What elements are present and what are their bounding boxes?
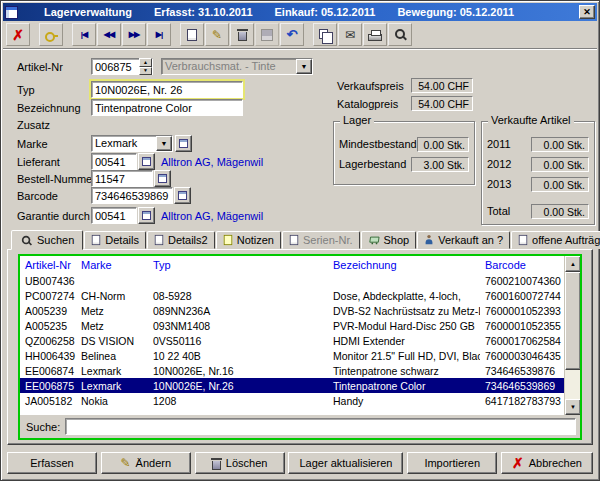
save-record-button[interactable]: [255, 23, 279, 46]
cell: Tintenpatrone Color: [328, 380, 480, 392]
tab-details[interactable]: Details: [84, 231, 146, 249]
verkaufte-group-title: Verkaufte Artikel: [488, 114, 574, 126]
barcode-input[interactable]: [91, 187, 173, 204]
tab-offene-auftraege[interactable]: offene Aufträge: [511, 231, 600, 249]
cell: Tintenpatrone schwarz: [328, 365, 480, 377]
table-row[interactable]: HH006439Belinea10 22 40BMonitor 21.5" Fu…: [20, 348, 580, 363]
disk-icon: [261, 29, 273, 41]
year-label: Total: [487, 205, 510, 217]
aendern-button[interactable]: ✎Ändern: [101, 452, 191, 474]
table-row[interactable]: QZ006258DS VISION0VS50116HDMI Extender76…: [20, 333, 580, 348]
table-row[interactable]: A005239Metz089NN236ADVB-S2 Nachrüstsatz …: [20, 303, 580, 318]
marke-lookup-button[interactable]: [175, 135, 192, 152]
scrollbar-thumb[interactable]: [565, 272, 580, 370]
titlebar-erfasst: Erfasst: 31.10.2011: [154, 6, 252, 18]
new-record-button[interactable]: [180, 23, 204, 46]
table-row[interactable]: EE006875Lexmark10N0026E, Nr.26Tintenpatr…: [20, 378, 580, 393]
footer: Erfassen✎ÄndernLöschenLager aktualisiere…: [3, 451, 597, 475]
year-value: 0.00 Stk.: [531, 204, 589, 219]
lieferant-info: Alltron AG, Mägenwil: [161, 154, 263, 171]
cell: 734646539876: [480, 365, 564, 377]
column-header[interactable]: Marke: [76, 259, 148, 271]
next-record-button[interactable]: ▶▶: [122, 23, 146, 46]
tab-label: Verkauft an ?: [438, 234, 503, 246]
mindestbestand-label: Mindestbestand: [339, 138, 417, 150]
cell: 7600160072744: [480, 290, 564, 302]
table-row[interactable]: JA005182Nokia1208Handy6417182783793: [20, 393, 580, 408]
edit-record-button[interactable]: ✎: [205, 23, 229, 46]
vertical-scrollbar[interactable]: ▲ ▼: [564, 256, 580, 415]
bestell-nummer-input[interactable]: [91, 170, 153, 187]
scroll-down-icon[interactable]: ▼: [565, 399, 580, 415]
cell: PVR-Modul Hard-Disc 250 GB: [328, 320, 480, 332]
tab-shop[interactable]: Shop: [361, 231, 417, 249]
cell: Lexmark: [76, 365, 148, 377]
garantie-lookup-button[interactable]: [138, 207, 155, 224]
button-label: Abbrechen: [529, 457, 582, 469]
garantie-info: Alltron AG, Mägenwil: [161, 208, 263, 225]
abbrechen-button[interactable]: ✗Abbrechen: [501, 452, 593, 474]
close-button[interactable]: ✕: [579, 5, 595, 19]
chevron-down-icon[interactable]: ▼: [296, 59, 312, 74]
cell: HDMI Extender: [328, 335, 480, 347]
erfassen-button[interactable]: Erfassen: [7, 452, 97, 474]
marke-combobox[interactable]: Lexmark ▼: [91, 135, 173, 152]
column-header[interactable]: Typ: [148, 259, 328, 271]
delete-article-button[interactable]: ✗: [6, 23, 30, 46]
previous-record-button[interactable]: ◀◀: [97, 23, 121, 46]
search-input[interactable]: [65, 418, 576, 435]
cell: 1208: [148, 395, 328, 407]
tab-label: Details: [105, 234, 139, 246]
artikel-nr-label: Artikel-Nr: [17, 59, 63, 76]
last-record-button[interactable]: ▶|: [147, 23, 171, 46]
trash-icon: [238, 32, 247, 41]
nav-icon: |◀: [81, 30, 87, 39]
cell: 08-5928: [148, 290, 328, 302]
bezeichnung-input[interactable]: [91, 99, 243, 116]
importieren-button[interactable]: Importieren: [407, 452, 497, 474]
delete-record-button[interactable]: [230, 23, 254, 46]
spin-down-icon[interactable]: ▼: [139, 67, 152, 76]
titlebar[interactable]: Lagerverwaltung Erfasst: 31.10.2011 Eink…: [3, 3, 597, 21]
lookup-icon: [142, 211, 151, 220]
print-preview-button[interactable]: [388, 23, 412, 46]
verkaufte-artikel-groupbox: Verkaufte Artikel 20110.00 Stk.20120.00 …: [481, 121, 595, 225]
barcode-label: Barcode: [17, 188, 58, 205]
loeschen-button[interactable]: Löschen: [195, 452, 285, 474]
garantie-input[interactable]: [91, 207, 137, 224]
lager-aktualisieren-button[interactable]: Lager aktualisieren: [288, 452, 403, 474]
table-row[interactable]: A005235Metz093NM1408PVR-Modul Hard-Disc …: [20, 318, 580, 333]
copy-button[interactable]: [313, 23, 337, 46]
category-combobox[interactable]: Verbrauchsmat. - Tinte ▼: [161, 58, 313, 75]
table-row[interactable]: EE006874Lexmark10N0026E, Nr.16Tintenpatr…: [20, 363, 580, 378]
spin-up-icon[interactable]: ▲: [139, 58, 152, 67]
print-button[interactable]: [363, 23, 387, 46]
chevron-down-icon[interactable]: ▼: [156, 136, 172, 151]
cell: DVB-S2 Nachrüstsatz zu Metz-LCD: [328, 305, 480, 317]
cell: Metz: [76, 305, 148, 317]
tab-details2[interactable]: Details2: [147, 231, 215, 249]
mail-button[interactable]: ✉: [338, 23, 362, 46]
cell: 734646539869: [480, 380, 564, 392]
first-record-button[interactable]: |◀: [72, 23, 96, 46]
lieferant-input[interactable]: [91, 153, 137, 170]
year-value: 0.00 Stk.: [531, 177, 589, 192]
cell: UB007436: [20, 275, 76, 287]
key-button[interactable]: [39, 23, 63, 46]
column-header[interactable]: Barcode: [480, 259, 564, 271]
tab-suchen[interactable]: Suchen: [11, 230, 83, 250]
bestell-nummer-lookup-button[interactable]: [154, 170, 171, 187]
tab-serien-nr[interactable]: Serien-Nr.: [282, 231, 360, 249]
typ-input[interactable]: [91, 81, 243, 98]
tab-verkauft-an[interactable]: Verkauft an ?: [417, 231, 510, 249]
scroll-up-icon[interactable]: ▲: [565, 256, 580, 272]
table-row[interactable]: UB0074367600210074360: [20, 273, 580, 288]
column-header[interactable]: Artikel-Nr: [20, 259, 76, 271]
undo-button[interactable]: ↶: [280, 23, 304, 46]
lieferant-lookup-button[interactable]: [138, 153, 155, 170]
table-row[interactable]: PC007274CH-Norm08-5928Dose, Abdeckplatte…: [20, 288, 580, 303]
cell: 089NN236A: [148, 305, 328, 317]
barcode-lookup-button[interactable]: [174, 187, 191, 204]
tab-notizen[interactable]: Notizen: [216, 231, 281, 249]
column-header[interactable]: Bezeichnung: [328, 259, 480, 271]
